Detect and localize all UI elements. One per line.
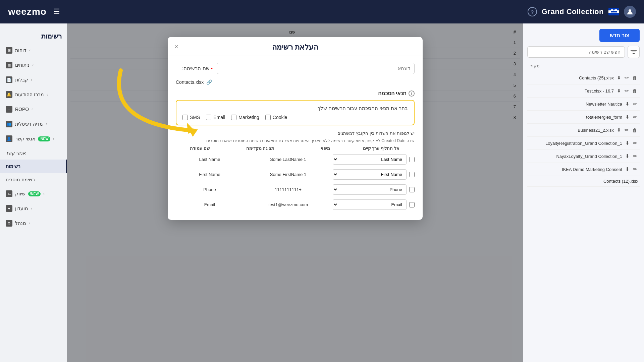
sidebar-item-notification-center[interactable]: › מרכז ההודעות 🔔 <box>0 87 67 102</box>
help-icon[interactable]: ? <box>528 7 537 16</box>
upload-modal: העלאת רשימה × • שם הרשימה: <box>168 37 423 220</box>
not-replace-checkbox-4[interactable] <box>409 202 415 207</box>
field-name-4: Email <box>176 202 244 207</box>
marketing-option: Marketing <box>231 115 259 120</box>
consent-section-title: i תנאי הסכמה <box>176 90 415 97</box>
mapping-select-3[interactable]: Phone <box>333 184 407 195</box>
sidebar-item-label: ניתוחים <box>15 62 30 68</box>
not-replace-checkbox-2[interactable] <box>409 172 415 177</box>
file-name: IKEA Demo Marketing Consent <box>529 167 622 172</box>
delete-icon[interactable]: 🗑 <box>631 74 638 81</box>
field-name-3: Phone <box>176 187 244 192</box>
info-icon: i <box>409 90 415 97</box>
search-input[interactable] <box>527 46 625 58</box>
mapping-select-1[interactable]: Last Name <box>333 154 407 165</box>
svg-text:✡: ✡ <box>613 9 615 11</box>
download-icon[interactable]: ⬇ <box>616 87 622 95</box>
grid-icon: ⊞ <box>6 47 12 54</box>
chevron-icon: › <box>43 191 45 196</box>
gear-icon: ⚙ <box>6 220 12 227</box>
cookie-checkbox[interactable] <box>265 115 271 120</box>
sidebar-item-marketing[interactable]: › NEW! שיווק 🏷 <box>0 186 67 201</box>
receipt-icon: 📄 <box>6 76 12 83</box>
edit-icon[interactable]: ✏ <box>624 74 630 81</box>
sidebar-item-contacts-new[interactable]: › NEW! אנשי קשר 👤 <box>0 131 67 146</box>
menu-icon[interactable]: ☰ <box>53 7 60 16</box>
sms-option: SMS <box>182 115 200 120</box>
download-icon[interactable]: ⬇ <box>624 100 631 108</box>
email-label: Email <box>213 115 225 120</box>
mapping-row: Phone +1111111111 Phone <box>176 183 415 196</box>
list-item: 🗑 ✏ ⬇ Business21_2.xlsx <box>527 124 640 137</box>
consent-instruction: בחר את תנאי ההסכמה עבור הרשימה שלך <box>182 105 408 111</box>
file-name: Contacts (12).xlsx <box>529 179 638 184</box>
svg-point-0 <box>629 9 631 12</box>
sidebar-item-suppliers[interactable]: רשימת מוסרים <box>0 173 67 186</box>
sidebar-item-analytics[interactable]: › ניתוחים ▦ <box>0 58 67 72</box>
topbar-right: ☰ weezmo <box>8 6 60 17</box>
sidebar-item-club[interactable]: › מועדון ♥ <box>0 201 67 216</box>
sidebar-item-lists[interactable]: רשימות <box>0 160 67 173</box>
list-name-label: • שם הרשימה: <box>176 65 213 71</box>
modal-body: • שם הרשימה: 🔗 Contacts.xlsx i תנאי הסכמ… <box>168 56 423 220</box>
edit-icon[interactable]: ✏ <box>632 166 638 173</box>
edit-icon[interactable]: ✏ <box>632 100 638 108</box>
list-item: 🗑 ✏ ⬇ Test.xlsx - 16.7 <box>527 84 640 98</box>
cookie-option: Cookie <box>265 115 287 120</box>
mapping-detail: שדה Created Date לא קיים, אנשי קשר ברשימ… <box>176 138 415 143</box>
file-name: Test.xlsx - 16.7 <box>529 88 614 94</box>
marketing-checkbox[interactable] <box>231 115 236 120</box>
file-list-header: מקור <box>527 62 640 70</box>
sidebar-item-receipts[interactable]: › קבלות 📄 <box>0 72 67 87</box>
modal-title: העלאת רשימה <box>272 43 318 52</box>
list-name-row: • שם הרשימה: <box>176 63 415 74</box>
sidebar-item-label: מדיה דיגיטלית <box>15 121 43 127</box>
user-avatar[interactable] <box>624 6 636 18</box>
not-replace-checkbox-3[interactable] <box>409 187 415 192</box>
sms-checkbox[interactable] <box>182 115 188 120</box>
edit-icon[interactable]: ✏ <box>632 153 638 160</box>
download-icon[interactable]: ⬇ <box>624 153 631 160</box>
list-item: 🗑 ✏ ⬇ Contacts (25).xlsx <box>527 71 640 84</box>
mapping-select-4[interactable]: Email <box>333 199 407 210</box>
users-icon: 👥 <box>6 121 12 127</box>
download-icon[interactable]: ⬇ <box>624 166 631 173</box>
email-checkbox[interactable] <box>206 115 211 120</box>
mapping-select-2[interactable]: First Name <box>333 169 407 180</box>
sidebar-item-reports[interactable]: › דוחות ⊞ <box>0 43 67 58</box>
infinity-icon: ∞ <box>6 106 12 113</box>
modal-close-button[interactable]: × <box>174 43 178 51</box>
brand-logo: weezmo <box>8 6 47 17</box>
file-name: Newsletter Nautica <box>529 102 622 107</box>
edit-icon[interactable]: ✏ <box>624 126 630 134</box>
person-icon: 👤 <box>6 135 12 142</box>
flag-icon: ✡ <box>608 8 619 15</box>
sidebar-item-manager[interactable]: › מנהל ⚙ <box>0 216 67 231</box>
download-icon[interactable]: ⬇ <box>616 74 622 81</box>
sidebar-item-contacts[interactable]: אנשי קשר <box>0 146 67 160</box>
list-item: ✏ ⬇ NayaxLoyalty_Grand Collection_1 <box>527 150 640 163</box>
download-icon[interactable]: ⬇ <box>624 139 631 147</box>
list-name-input[interactable] <box>217 63 415 74</box>
sidebar-item-digital-media[interactable]: › מדיה דיגיטלית 👥 <box>0 117 67 131</box>
marketing-label: Marketing <box>238 115 259 120</box>
not-replace-checkbox-1[interactable] <box>409 157 415 162</box>
mapping-row: Last Name Some LastName 1 Last Name <box>176 153 415 166</box>
delete-icon[interactable]: 🗑 <box>631 127 638 134</box>
modal-header: העלאת רשימה × <box>168 37 423 56</box>
new-button[interactable]: צור חדש <box>599 29 640 42</box>
download-icon[interactable]: ⬇ <box>624 113 631 121</box>
col-mifui-header: מיפוי <box>297 146 354 151</box>
filter-button[interactable] <box>628 46 640 58</box>
sidebar-section-title: רשימות <box>0 27 67 43</box>
heart-icon: ♥ <box>6 205 12 212</box>
delete-icon[interactable]: 🗑 <box>631 87 638 95</box>
download-icon[interactable]: ⬇ <box>616 126 622 134</box>
preview-value-4: test1@weezmo.com <box>246 201 330 208</box>
sidebar-item-ropo[interactable]: › ROPO ∞ <box>0 102 67 117</box>
preview-value-3: +1111111111 <box>246 186 330 193</box>
email-option: Email <box>206 115 225 120</box>
edit-icon[interactable]: ✏ <box>632 139 638 147</box>
edit-icon[interactable]: ✏ <box>632 113 638 121</box>
edit-icon[interactable]: ✏ <box>624 87 630 95</box>
